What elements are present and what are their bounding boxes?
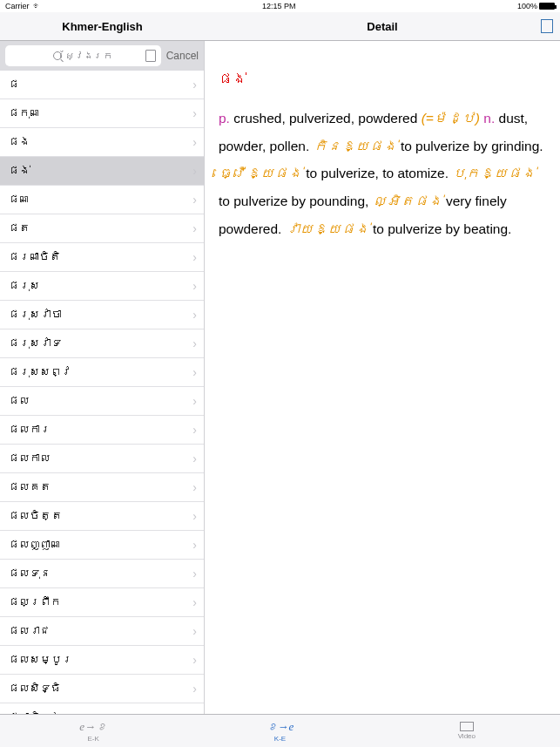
list-item-label: ផលសម្បូរ bbox=[9, 654, 72, 666]
battery-icon bbox=[539, 3, 555, 10]
chevron-right-icon: › bbox=[192, 509, 197, 523]
search-placeholder: ស្វែងរក bbox=[65, 51, 113, 61]
chevron-right-icon: › bbox=[192, 653, 197, 667]
list-item[interactable]: ផលសិទ្ធិ› bbox=[0, 675, 204, 703]
list-item[interactable]: ផរុស› bbox=[0, 272, 204, 301]
chevron-right-icon: › bbox=[192, 567, 197, 581]
chevron-right-icon: › bbox=[192, 106, 197, 120]
list-item-label: ផរុស bbox=[9, 280, 40, 292]
list-item[interactable]: ផលទុន› bbox=[0, 560, 204, 588]
list-item-label: ផល bbox=[9, 395, 30, 407]
video-icon bbox=[460, 722, 474, 731]
chevron-right-icon: › bbox=[192, 480, 197, 494]
tab-video[interactable]: Video bbox=[374, 715, 560, 747]
chevron-right-icon: › bbox=[192, 164, 197, 178]
list-item[interactable]: ផរុសវាទ› bbox=[0, 329, 204, 358]
chevron-right-icon: › bbox=[192, 423, 197, 437]
list-item-label: ផលគត bbox=[9, 481, 51, 493]
definition-text: to pulverize by beating. bbox=[369, 221, 512, 236]
list-item-label: ផង bbox=[9, 136, 30, 148]
list-item-label: ផលរាជ bbox=[9, 625, 51, 637]
tab-icon: ខ→e bbox=[267, 720, 294, 734]
tab-ek[interactable]: e→ខ E-K bbox=[0, 715, 186, 747]
list-item-label: ផត bbox=[9, 222, 30, 234]
list-item[interactable]: ផកុណ› bbox=[0, 99, 204, 128]
chevron-right-icon: › bbox=[192, 308, 197, 322]
search-bar: ស្វែងរក Cancel bbox=[0, 41, 204, 71]
nav-title-right: Detail bbox=[367, 20, 397, 33]
list-item[interactable]: ផលព្រឹក› bbox=[0, 588, 204, 617]
list-item-label: ផង់ bbox=[9, 165, 30, 177]
tab-label: Video bbox=[458, 732, 476, 740]
list-item[interactable]: ផង់› bbox=[0, 157, 204, 186]
nav-bar: Khmer-English Detail bbox=[0, 12, 560, 41]
list-item[interactable]: ផលានិសង្ស› bbox=[0, 703, 204, 714]
chevron-right-icon: › bbox=[192, 78, 197, 92]
tab-bar: e→ខ E-K ខ→e K-E Video bbox=[0, 714, 560, 747]
list-item-label: ផលសិទ្ធិ bbox=[9, 682, 61, 695]
khmer-example: បុក​ឱ្យផង់ bbox=[452, 166, 536, 180]
chevron-right-icon: › bbox=[192, 336, 197, 350]
chevron-right-icon: › bbox=[192, 221, 197, 235]
chevron-right-icon: › bbox=[192, 279, 197, 293]
khmer-example: ល្អិតផង់ bbox=[373, 194, 442, 208]
nav-title-left: Khmer-English bbox=[0, 12, 205, 40]
chevron-right-icon: › bbox=[192, 135, 197, 149]
pos-tag: n. bbox=[480, 111, 495, 126]
list-item[interactable]: ផណ› bbox=[0, 186, 204, 214]
cancel-button[interactable]: Cancel bbox=[166, 50, 199, 62]
list-item-label: ផរុសវាចា bbox=[9, 309, 62, 321]
khmer-example: ធ្វើឱ្យផង់ bbox=[219, 166, 302, 180]
list-item-label: ផលញ្ញាណ bbox=[9, 539, 60, 551]
sidebar: ស្វែងរក Cancel ផ›ផកុណ›ផង›ផង់›ផណ›ផត›ផរណាច… bbox=[0, 41, 205, 714]
list-item[interactable]: ផរុសវាចា› bbox=[0, 301, 204, 329]
pos-tag: p. bbox=[219, 111, 230, 126]
list-item-label: ផលកាល bbox=[9, 452, 51, 465]
list-item[interactable]: ផល› bbox=[0, 387, 204, 416]
list-item-label: ផ bbox=[9, 78, 19, 91]
list-item-label: ផលព្រឹក bbox=[9, 596, 61, 608]
definition-text: to pulverize, to atomize. bbox=[302, 166, 452, 180]
list-item[interactable]: ផលរាជ› bbox=[0, 617, 204, 646]
khmer-example: វាយឱ្យផង់ bbox=[286, 221, 369, 236]
headword: ផង់ bbox=[219, 65, 546, 94]
wifi-icon: ᯤ bbox=[33, 2, 41, 10]
tab-label: E-K bbox=[87, 735, 98, 743]
search-input[interactable]: ស្វែងរក bbox=[5, 45, 161, 66]
search-icon bbox=[53, 51, 62, 60]
list-item-label: ផកុណ bbox=[9, 107, 39, 119]
word-list: ផ›ផកុណ›ផង›ផង់›ផណ›ផត›ផរណាចិតិ›ផរុស›ផរុសវា… bbox=[0, 71, 204, 714]
tab-ke[interactable]: ខ→e K-E bbox=[186, 715, 373, 747]
list-item[interactable]: ផលសម្បូរ› bbox=[0, 646, 204, 675]
bookmark-icon[interactable] bbox=[541, 19, 553, 33]
khmer-example: កិនឱ្យផង់ bbox=[314, 139, 397, 153]
definition-text: crushed, pulverized, powdered bbox=[230, 111, 422, 126]
chevron-right-icon: › bbox=[192, 595, 197, 609]
list-item[interactable]: ផត› bbox=[0, 214, 204, 243]
list-item[interactable]: ផង› bbox=[0, 128, 204, 157]
list-item[interactable]: ផលចិត្ត› bbox=[0, 502, 204, 531]
chevron-right-icon: › bbox=[192, 365, 197, 379]
list-item[interactable]: ផលកាល› bbox=[0, 445, 204, 473]
chevron-right-icon: › bbox=[192, 682, 197, 696]
list-item[interactable]: ផលញ្ញាណ› bbox=[0, 531, 204, 560]
chevron-right-icon: › bbox=[192, 538, 197, 552]
list-item[interactable]: ផ› bbox=[0, 71, 204, 99]
tab-label: K-E bbox=[274, 735, 286, 743]
battery-pct: 100% bbox=[517, 2, 537, 10]
chevron-right-icon: › bbox=[192, 394, 197, 408]
chevron-right-icon: › bbox=[192, 250, 197, 264]
status-time: 12:15 PM bbox=[41, 2, 517, 10]
list-item-label: ផរុសវាទ bbox=[9, 337, 62, 350]
list-item-label: ផលការ bbox=[9, 424, 51, 436]
list-item-label: ផណ bbox=[9, 194, 29, 206]
list-item-label: ផលចិត្ត bbox=[9, 510, 63, 522]
carrier-text: Carrier bbox=[5, 2, 30, 10]
tab-icon: e→ខ bbox=[79, 720, 107, 734]
list-item[interactable]: ផរណាចិតិ› bbox=[0, 243, 204, 272]
list-item[interactable]: ផលគត› bbox=[0, 473, 204, 502]
list-item[interactable]: ផរុសសព្វ› bbox=[0, 358, 204, 387]
list-item-label: ផរណាចិតិ bbox=[9, 251, 61, 263]
list-item[interactable]: ផលការ› bbox=[0, 416, 204, 445]
definition-text: to pulverize by pounding, bbox=[219, 194, 373, 208]
